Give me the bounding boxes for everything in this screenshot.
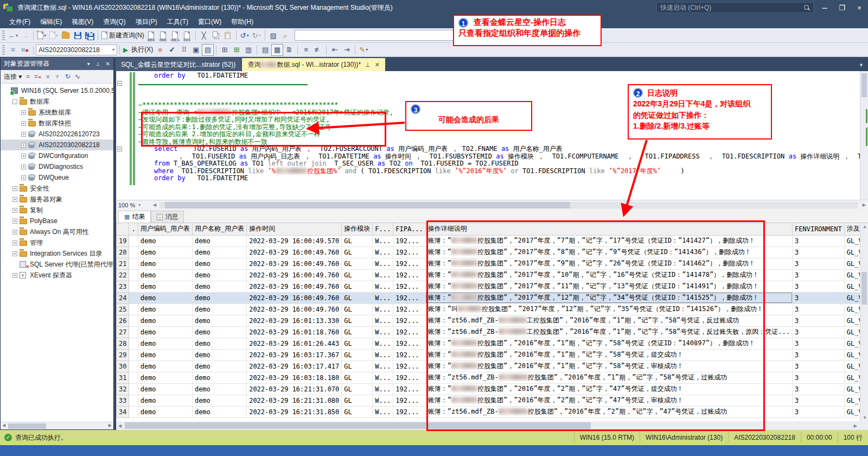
cell[interactable] <box>129 326 138 338</box>
uncomment-button[interactable]: ≢ <box>312 44 324 56</box>
parse-button[interactable]: ✓ <box>166 44 178 56</box>
cell[interactable]: 3 <box>793 326 845 338</box>
new-project-button[interactable]: ▾ <box>36 29 48 41</box>
minimize-button[interactable]: ─ <box>816 0 833 15</box>
close-button[interactable]: × <box>851 0 868 15</box>
menu-item-0[interactable]: 文件(F) <box>4 16 35 28</box>
new-dmx-query-button[interactable]: DMX <box>157 29 169 41</box>
cell[interactable]: demo <box>138 406 192 417</box>
cell[interactable]: 账簿：”叫控股集团”，”2017”年度，”12”期，”记”字，”35”号凭证（凭… <box>425 303 792 315</box>
tree-node-XEvent-探查器[interactable]: +≡XEvent 探查器 <box>1 270 113 281</box>
table-row-30[interactable]: 30demodemo2022-03-29 16:03:17.417GLW...1… <box>117 360 868 372</box>
tree-node-WIN16-SQL-Server-15-0-20[interactable]: WIN16 (SQL Server 15.0.2000.5 <box>1 85 113 96</box>
panel-dropdown-icon[interactable]: ▾ <box>87 61 90 67</box>
cell[interactable]: 账簿：”控股集团”，”2017”年度，”12”期，”记”字，”34”号凭证（凭证… <box>425 292 792 303</box>
new-xmla-query-button[interactable]: XMLA <box>169 29 181 41</box>
code-line-11[interactable]: ， TO1.FUSERID as 用户内码_日志表 ， TO1.FDATETIM… <box>138 153 859 161</box>
cell[interactable]: demo <box>138 383 192 395</box>
cell[interactable]: demo <box>192 406 246 417</box>
table-row-27[interactable]: 27demodemo2022-03-29 16:01:18.760GLW...1… <box>117 326 868 338</box>
row-number-cell[interactable]: 32 <box>117 383 129 395</box>
add-item-button[interactable]: ▾ <box>48 29 60 41</box>
cell[interactable]: 3 <box>793 235 845 246</box>
cell[interactable]: 账簿：”控股集团”，”2016”年度，”2”期，”记”字，”47”号凭证，审核成… <box>425 395 792 406</box>
cell[interactable] <box>129 406 138 417</box>
cell[interactable] <box>129 372 138 383</box>
column-header-用户名称_用户表[interactable]: 用户名称_用户表 <box>192 223 246 235</box>
tab-query-data-sql[interactable]: 查询数据.sql - WI...istrator (130))* ⊥ ✕ <box>242 58 385 71</box>
cell[interactable]: 账簿：”控股集团”，”2016”年度，”1”期，”记”字，”58”号凭证，审核成… <box>425 360 792 372</box>
refresh-icon[interactable]: ↻ <box>65 73 71 80</box>
scroll-left-icon[interactable]: ◀ <box>118 423 122 428</box>
database-combobox[interactable]: AIS20220302082218▾ <box>36 45 117 55</box>
cell[interactable]: demo <box>192 281 246 292</box>
cell[interactable]: 3 <box>793 303 845 315</box>
pin-tab-icon[interactable]: ⊥ <box>365 61 371 68</box>
tree-node-SQL-Server-代理-已禁用代理-X[interactable]: SQL Server 代理(已禁用代理 X <box>1 259 113 270</box>
cell[interactable]: 账簿：”控股集团”，”2017”年度，”8”期，”记”字，”9”号凭证（凭证ID… <box>425 246 792 258</box>
row-number-cell[interactable]: 28 <box>117 338 129 349</box>
cell[interactable]: demo <box>138 349 192 360</box>
hscroll-left-arrow[interactable]: ◀ <box>153 202 156 207</box>
cell[interactable]: W... <box>373 338 393 349</box>
cell[interactable]: 192... <box>393 246 426 258</box>
increase-indent-button[interactable]: ⇥ <box>341 44 353 56</box>
cell[interactable]: 2022-03-29 16:00:49.760 <box>247 303 342 315</box>
disconnect-icon[interactable]: ⌗✕ <box>34 73 41 80</box>
menu-item-1[interactable]: 编辑(E) <box>35 16 67 28</box>
copy-button[interactable] <box>210 29 222 41</box>
cell[interactable]: 3 <box>793 349 845 360</box>
find-button[interactable]: ⌕ <box>279 29 291 41</box>
cell[interactable]: GL <box>342 292 373 303</box>
quick-launch-search[interactable]: 快速启动 (Ctrl+Q) <box>656 2 814 13</box>
table-row-23[interactable]: 23demodemo2022-03-29 16:00:49.760GLW...1… <box>117 281 868 292</box>
cell[interactable]: demo <box>192 235 246 246</box>
cell[interactable]: 账簿：”zt56.mdf_ZB-控股集团”，”2016”年度，”1”期，”记”字… <box>425 372 792 383</box>
code-line-0[interactable]: order by TO1.FDATETIME <box>138 72 859 80</box>
cell[interactable]: GL <box>342 315 373 326</box>
cancel-query-button[interactable]: ■ <box>154 44 166 56</box>
cell[interactable]: demo <box>192 315 246 326</box>
decrease-indent-button[interactable]: ⇤ <box>329 44 341 56</box>
table-row-22[interactable]: 22demodemo2022-03-29 16:00:49.760GLW...1… <box>117 269 868 281</box>
row-number-cell[interactable]: 27 <box>117 326 129 338</box>
cell[interactable]: 192... <box>393 326 426 338</box>
tree-node-管理[interactable]: +管理 <box>1 237 113 248</box>
cell[interactable]: demo <box>192 292 246 303</box>
cell[interactable]: W... <box>373 326 393 338</box>
cell[interactable] <box>129 292 138 303</box>
execute-button[interactable]: ▶执行(X) <box>122 44 154 56</box>
panel-close-icon[interactable]: ✕ <box>106 61 110 67</box>
tab-overflow-icon[interactable]: ▼ <box>859 62 868 71</box>
cell[interactable] <box>129 269 138 281</box>
tree-expander-icon[interactable]: + <box>12 273 17 278</box>
new-dax-query-button[interactable]: DAX <box>181 29 193 41</box>
include-live-stats-button[interactable]: ⊞ <box>231 44 242 56</box>
results-to-text-button[interactable]: ▤ <box>259 44 271 56</box>
row-number-cell[interactable]: 26 <box>117 315 129 326</box>
cell[interactable]: GL <box>342 269 373 281</box>
cell[interactable]: W... <box>373 406 393 417</box>
cell[interactable]: 3 <box>793 406 845 417</box>
cell[interactable]: 192... <box>393 383 426 395</box>
cell[interactable]: 192... <box>393 406 426 417</box>
row-number-cell[interactable]: 20 <box>117 246 129 258</box>
cell[interactable]: demo <box>192 372 246 383</box>
maximize-button[interactable]: ❐ <box>833 0 851 15</box>
cell[interactable]: demo <box>138 372 192 383</box>
cell[interactable]: demo <box>138 395 192 406</box>
table-row-20[interactable]: 20demodemo2022-03-29 16:00:49.760GLW...1… <box>117 246 868 258</box>
editor-vscrollbar[interactable] <box>860 71 868 200</box>
cell[interactable] <box>129 338 138 349</box>
cell[interactable]: 账簿：”控股集团”，”2017”年度，”7”期，”记”字，”17”号凭证（凭证I… <box>425 235 792 246</box>
cell[interactable]: 192... <box>393 235 426 246</box>
new-mdx-query-button[interactable]: MDX <box>145 29 157 41</box>
cell[interactable]: 3 <box>793 269 845 281</box>
cell[interactable]: 3 <box>793 395 845 406</box>
column-header-rownum[interactable] <box>117 223 129 235</box>
find-combobox[interactable]: ▾ <box>295 30 474 41</box>
cell[interactable]: W... <box>373 292 393 303</box>
cell[interactable]: GL <box>342 338 373 349</box>
cell[interactable]: demo <box>192 349 246 360</box>
column-header-F...[interactable]: F... <box>373 223 393 235</box>
